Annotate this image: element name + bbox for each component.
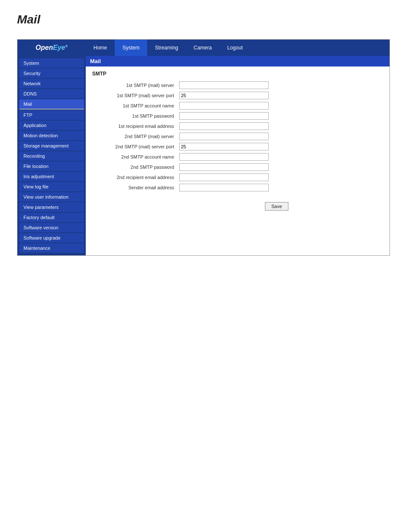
input-cell-2nd-smtp-account [177,152,383,162]
input-1st-smtp-port[interactable] [179,92,269,99]
nav-item-system[interactable]: System [115,40,147,56]
label-1st-smtp-server: 1st SMTP (mail) server [92,80,177,90]
sidebar-item-maintenance[interactable]: Maintenance [19,243,84,253]
field-2nd-smtp-account: 2nd SMTP account name [92,152,383,162]
sidebar-item-view-log-file[interactable]: View log file [19,182,84,191]
input-2nd-smtp-port[interactable] [179,143,269,150]
label-2nd-smtp-server: 2nd SMTP (mail) server [92,131,177,142]
content-header: Mail [86,56,390,66]
sidebar-item-view-parameters[interactable]: View parameters [19,202,84,212]
sidebar-item-software-upgrade[interactable]: Software upgrade [19,233,84,243]
input-cell-1st-smtp-server [177,80,383,90]
save-button-row: Save [92,197,383,211]
field-2nd-smtp-port: 2nd SMTP (mail) server port [92,142,383,152]
field-1st-smtp-server: 1st SMTP (mail) server [92,80,383,90]
nav-item-camera[interactable]: Camera [186,40,220,56]
nav-items: Home System Streaming Camera Logout [86,40,250,56]
input-cell-1st-smtp-account [177,101,383,111]
input-1st-recipient-email[interactable] [179,122,269,130]
sidebar-item-file-location[interactable]: File location [19,162,84,171]
page-title: Mail [0,0,407,35]
input-sender-email[interactable] [179,184,269,191]
input-1st-smtp-password[interactable] [179,112,269,120]
sidebar-item-factory-default[interactable]: Factory default [19,213,84,222]
label-2nd-smtp-port: 2nd SMTP (mail) server port [92,142,177,152]
sidebar-item-recording[interactable]: Recording [19,151,84,161]
input-2nd-smtp-server[interactable] [179,133,269,140]
input-1st-smtp-server[interactable] [179,81,269,89]
sidebar-item-application[interactable]: Application [19,121,84,130]
browser-container: OpenEye® Home System Streaming Camera Lo… [17,39,390,256]
input-1st-smtp-account[interactable] [179,102,269,110]
sidebar-item-motion-detection[interactable]: Motion detection [19,131,84,140]
logo: OpenEye® [35,44,67,52]
input-cell-1st-recipient-email [177,121,383,131]
nav-item-logout[interactable]: Logout [219,40,250,56]
label-2nd-recipient-email: 2nd recipient email address [92,172,177,182]
input-2nd-smtp-password[interactable] [179,163,269,171]
logo-area: OpenEye® [17,40,86,56]
sidebar: System Security Network DDNS Mail FTP Ap… [17,56,86,255]
field-1st-recipient-email: 1st recipient email address [92,121,383,131]
smtp-section-title: SMTP [92,71,383,77]
label-1st-smtp-account: 1st SMTP account name [92,101,177,111]
label-1st-smtp-port: 1st SMTP (mail) server port [92,90,177,101]
sidebar-item-view-user-information[interactable]: View user information [19,192,84,202]
field-2nd-smtp-server: 2nd SMTP (mail) server [92,131,383,142]
input-2nd-smtp-account[interactable] [179,153,269,161]
field-1st-smtp-password: 1st SMTP password [92,111,383,121]
sidebar-item-iris-adjustment[interactable]: Iris adjustment [19,172,84,181]
sidebar-item-system[interactable]: System [19,58,84,68]
sidebar-item-ddns[interactable]: DDNS [19,89,84,98]
input-cell-2nd-smtp-port [177,142,383,152]
field-2nd-recipient-email: 2nd recipient email address [92,172,383,182]
input-cell-2nd-smtp-password [177,162,383,172]
input-cell-1st-smtp-password [177,111,383,121]
nav-item-streaming[interactable]: Streaming [147,40,186,56]
content-body: SMTP 1st SMTP (mail) server 1st SMTP (ma… [86,66,390,215]
field-1st-smtp-port: 1st SMTP (mail) server port [92,90,383,101]
input-cell-1st-smtp-port [177,90,383,101]
content-area: Mail SMTP 1st SMTP (mail) server 1st SMT… [86,56,390,255]
label-2nd-smtp-account: 2nd SMTP account name [92,152,177,162]
smtp-form-table: 1st SMTP (mail) server 1st SMTP (mail) s… [92,80,383,193]
input-2nd-recipient-email[interactable] [179,173,269,181]
label-sender-email: Sender email address [92,182,177,193]
sidebar-item-mail[interactable]: Mail [19,99,84,110]
label-2nd-smtp-password: 2nd SMTP password [92,162,177,172]
sidebar-item-ftp[interactable]: FTP [19,110,84,120]
field-sender-email: Sender email address [92,182,383,193]
label-1st-recipient-email: 1st recipient email address [92,121,177,131]
nav-bar: OpenEye® Home System Streaming Camera Lo… [17,40,390,56]
sidebar-item-storage-management[interactable]: Storage management [19,141,84,150]
nav-item-home[interactable]: Home [86,40,115,56]
sidebar-item-software-version[interactable]: Software version [19,223,84,232]
main-layout: System Security Network DDNS Mail FTP Ap… [17,56,390,255]
field-1st-smtp-account: 1st SMTP account name [92,101,383,111]
label-1st-smtp-password: 1st SMTP password [92,111,177,121]
sidebar-item-security[interactable]: Security [19,69,84,78]
sidebar-item-network[interactable]: Network [19,79,84,88]
input-cell-sender-email [177,182,383,193]
field-2nd-smtp-password: 2nd SMTP password [92,162,383,172]
input-cell-2nd-recipient-email [177,172,383,182]
save-button[interactable]: Save [265,202,288,211]
input-cell-2nd-smtp-server [177,131,383,142]
